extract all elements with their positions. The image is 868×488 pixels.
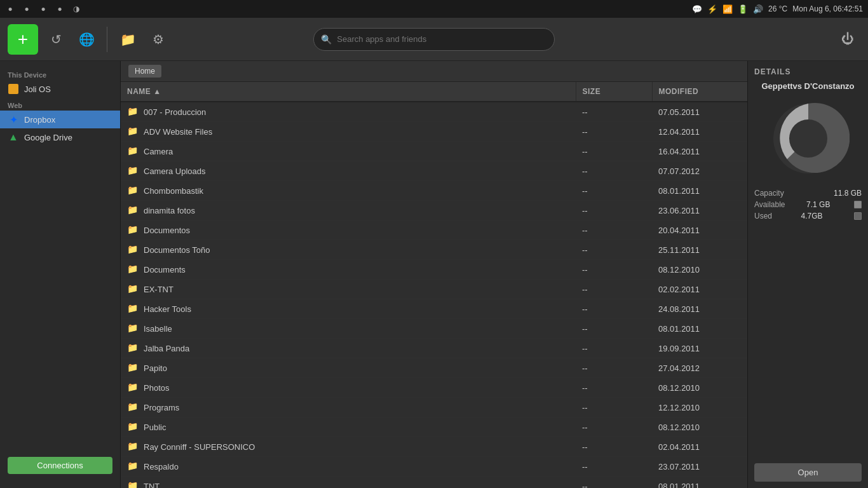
table-row[interactable]: 📁 Chombombastik -- 08.01.2011 <box>121 181 747 201</box>
table-row[interactable]: 📁 Photos -- 08.12.2010 <box>121 378 747 398</box>
table-row[interactable]: 📁 Hacker Tools -- 24.08.2011 <box>121 299 747 319</box>
volume-icon: 🔊 <box>753 4 763 14</box>
file-size: -- <box>576 122 652 142</box>
bluetooth-icon: ⚡ <box>707 4 717 14</box>
file-name: Documentos <box>144 226 190 235</box>
folder-icon: 📁 <box>127 224 139 236</box>
folder-icon: 📁 <box>127 244 139 255</box>
table-row[interactable]: 📁 Camera -- 16.04.2011 <box>121 142 747 161</box>
file-name: Ray Conniff - SUPERSONICO <box>144 442 255 452</box>
folder-icon: 📁 <box>127 303 139 315</box>
file-modified: 16.04.2011 <box>652 142 747 161</box>
col-modified[interactable]: MODIFIED <box>652 82 747 102</box>
chat-icon: 💬 <box>692 4 702 14</box>
file-size: -- <box>576 378 652 398</box>
search-input[interactable] <box>313 28 555 51</box>
table-row[interactable]: 📁 dinamita fotos -- 23.06.2011 <box>121 201 747 220</box>
open-button[interactable]: Open <box>754 463 862 482</box>
folder-icon: 📁 <box>127 480 139 488</box>
table-row[interactable]: 📁 Respaldo -- 23.07.2011 <box>121 457 747 477</box>
file-size: -- <box>576 280 652 299</box>
col-name[interactable]: NAME ▲ <box>121 82 576 102</box>
details-panel: DETAILS Geppettvs D'Constanzo Capacity 1… <box>747 61 868 488</box>
folder-icon: 📁 <box>127 205 139 216</box>
table-row[interactable]: 📁 Documentos -- 20.04.2011 <box>121 220 747 240</box>
add-button[interactable]: + <box>8 24 38 55</box>
settings-button[interactable]: ⚙ <box>146 27 171 52</box>
topbar-app-icon-4[interactable]: ● <box>55 4 65 14</box>
table-row[interactable]: 📁 007 - Produccion -- 07.05.2011 <box>121 102 747 122</box>
table-row[interactable]: 📁 Camera Uploads -- 07.07.2012 <box>121 161 747 181</box>
back-button[interactable]: ↺ <box>43 27 69 52</box>
table-row[interactable]: 📁 Public -- 08.12.2010 <box>121 417 747 437</box>
file-size: -- <box>576 220 652 240</box>
folder-icon: 📁 <box>127 323 139 334</box>
file-name: dinamita fotos <box>144 206 195 215</box>
temperature-display: 26 °C <box>768 4 787 13</box>
power-button[interactable]: ⏻ <box>835 27 860 52</box>
search-bar: 🔍 <box>313 28 555 51</box>
table-row[interactable]: 📁 Documentos Toño -- 25.11.2011 <box>121 240 747 260</box>
file-name: TNT <box>144 482 159 489</box>
table-row[interactable]: 📁 Papito -- 27.04.2012 <box>121 358 747 378</box>
table-row[interactable]: 📁 Programs -- 12.12.2010 <box>121 398 747 417</box>
file-modified: 23.07.2011 <box>652 457 747 477</box>
file-size: -- <box>576 142 652 161</box>
folder-icon: 📁 <box>127 264 139 275</box>
file-modified: 08.12.2010 <box>652 378 747 398</box>
dropbox-icon: ✦ <box>8 114 19 125</box>
breadcrumb-bar: Home <box>121 61 747 82</box>
topbar-app-icon-1[interactable]: ● <box>5 4 15 14</box>
file-size: -- <box>576 102 652 122</box>
topbar-left: ● ● ● ● ◑ <box>5 4 81 14</box>
file-modified: 02.04.2011 <box>652 437 747 457</box>
table-row[interactable]: 📁 ADV Website Files -- 12.04.2011 <box>121 122 747 142</box>
folder-icon: 📁 <box>127 441 139 452</box>
file-name: Jalba Panda <box>144 344 189 353</box>
breadcrumb-home[interactable]: Home <box>128 65 161 78</box>
toolbar: + ↺ 🌐 📁 ⚙ 🔍 ⏻ <box>0 18 868 61</box>
sync-button[interactable]: 🌐 <box>74 27 99 52</box>
folder-icon: 📁 <box>127 185 139 196</box>
file-size: -- <box>576 477 652 489</box>
file-name: Chombombastik <box>144 186 203 196</box>
this-device-section: This Device <box>0 67 120 80</box>
file-modified: 08.12.2010 <box>652 260 747 280</box>
table-row[interactable]: 📁 Jalba Panda -- 19.09.2011 <box>121 339 747 358</box>
file-modified: 23.06.2011 <box>652 201 747 220</box>
file-size: -- <box>576 358 652 378</box>
file-modified: 02.02.2011 <box>652 280 747 299</box>
file-name: Documents <box>144 265 186 274</box>
col-size[interactable]: SIZE <box>576 82 652 102</box>
topbar: ● ● ● ● ◑ 💬 ⚡ 📶 🔋 🔊 26 °C Mon Aug 6, 06:… <box>0 0 868 18</box>
folder-view-button[interactable]: 📁 <box>115 27 140 52</box>
topbar-app-icon-3[interactable]: ● <box>38 4 48 14</box>
connections-button[interactable]: Connections <box>8 457 112 474</box>
dropbox-label: Dropbox <box>24 115 55 125</box>
sidebar-item-gdrive[interactable]: ▲ Google Drive <box>0 128 120 146</box>
folder-icon: 📁 <box>127 382 139 393</box>
gdrive-label: Google Drive <box>24 133 72 142</box>
table-row[interactable]: 📁 TNT -- 08.01.2011 <box>121 477 747 489</box>
web-section: Web <box>0 98 120 111</box>
file-modified: 24.08.2011 <box>652 299 747 319</box>
table-row[interactable]: 📁 EX-TNT -- 02.02.2011 <box>121 280 747 299</box>
table-row[interactable]: 📁 Documents -- 08.12.2010 <box>121 260 747 280</box>
sidebar-item-dropbox[interactable]: ✦ Dropbox <box>0 111 120 128</box>
file-size: -- <box>576 161 652 181</box>
file-name: EX-TNT <box>144 285 173 294</box>
signal-icon: 📶 <box>722 4 733 14</box>
file-size: -- <box>576 319 652 339</box>
topbar-app-icon-5[interactable]: ◑ <box>71 4 81 14</box>
table-row[interactable]: 📁 Ray Conniff - SUPERSONICO -- 02.04.201… <box>121 437 747 457</box>
svg-point-1 <box>789 119 827 158</box>
file-name: Camera <box>144 147 173 156</box>
topbar-app-icon-2[interactable]: ● <box>22 4 32 14</box>
battery-icon: 🔋 <box>738 4 748 14</box>
file-modified: 08.01.2011 <box>652 319 747 339</box>
pie-chart <box>767 97 850 180</box>
table-row[interactable]: 📁 Isabelle -- 08.01.2011 <box>121 319 747 339</box>
file-size: -- <box>576 437 652 457</box>
details-title: DETAILS <box>754 67 862 76</box>
sidebar-item-jolios[interactable]: Joli OS <box>0 80 120 98</box>
